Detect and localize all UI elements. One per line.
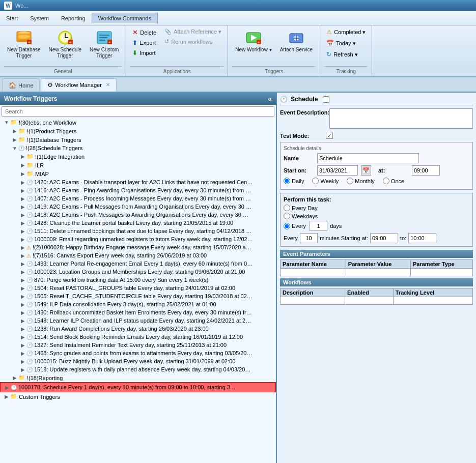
radio-every-input[interactable] (284, 223, 290, 229)
list-item[interactable]: ▶🕐1505: Reset T_CACHE_STUDENTCIRCLE tabl… (0, 292, 276, 300)
tree-expand[interactable]: ▶ (19, 180, 26, 185)
tab-home[interactable]: 🏠 Home (2, 78, 40, 92)
tree-expand[interactable]: ▶ (19, 342, 26, 348)
tree-expand[interactable]: ▶ (19, 188, 26, 193)
every-days-input[interactable] (310, 221, 327, 231)
list-item[interactable]: ▶⚠!(7)1516: Canvas Export Every week day… (0, 251, 276, 259)
menu-reporting[interactable]: Reporting (55, 13, 92, 23)
search-input[interactable] (5, 108, 271, 114)
tree-expand[interactable]: ▶ (19, 277, 26, 283)
radio-every-day[interactable]: Every Day (284, 205, 469, 211)
tree-expand[interactable]: ▶ (19, 204, 26, 210)
tree-item-database-triggers[interactable]: ▶ 📁 !(1)Database Triggers (0, 135, 276, 144)
tree-expand[interactable]: ▶ (19, 196, 26, 201)
list-item[interactable]: ▶🕐1238: Run Award Completions Every day,… (0, 325, 276, 333)
list-item[interactable]: ▶🕐1000015: Buzz Nightly Bulk Upload Ever… (0, 357, 276, 365)
completed-button[interactable]: ⚠ Completed ▾ (324, 27, 368, 37)
tree-expand-miap[interactable]: ▶ (19, 171, 26, 177)
tree-item-edge[interactable]: ▶ 📁 !(1)Edge Integration (0, 152, 276, 161)
list-item[interactable]: ▶🕐1504: Reset PASTORAL_GROUPS table Ever… (0, 284, 276, 292)
new-workflow-button[interactable]: ▶ + New Workflow ▾ (232, 27, 275, 55)
tree-item-miap[interactable]: ▶ 📁 MIAP (0, 169, 276, 178)
list-item[interactable]: ▶🕐1549: ILP Data consolidation Every 3 d… (0, 300, 276, 308)
list-item[interactable]: ▶🕐1518: Update registers with daily plan… (0, 365, 276, 373)
tree-expand-edge[interactable]: ▶ (19, 154, 26, 159)
radio-weekly-input[interactable] (312, 178, 319, 184)
tree-expand[interactable]: ▶ (19, 326, 26, 332)
today-button[interactable]: 📅 Today ▾ (324, 39, 368, 48)
radio-every-day-input[interactable] (284, 205, 290, 211)
at-input[interactable] (412, 165, 440, 176)
delete-button[interactable]: ✕ Delete (130, 27, 158, 37)
list-item[interactable]: ▶🕐1000023: Location Groups and Membershi… (0, 268, 276, 276)
tree-item-schedule-triggers[interactable]: ▼ 🕐 !(28)Schedule Triggers (0, 144, 276, 152)
list-item[interactable]: ▶🕐1511: Delete unnamed bookings that are… (0, 227, 276, 235)
test-mode-checkbox[interactable]: ✓ (326, 132, 333, 139)
new-schedule-trigger-button[interactable]: + New ScheduleTrigger (46, 27, 85, 61)
list-item[interactable]: ▶🕐1493: Learner Portal Re-engagement Ema… (0, 259, 276, 268)
tree-expand[interactable]: ▶ (19, 310, 26, 315)
every-minutes-input[interactable] (300, 233, 318, 243)
tree-expand[interactable]: ▶ (19, 261, 26, 267)
list-item[interactable]: ▶🕐1327: Send Instalment Reminder Text Ev… (0, 341, 276, 349)
tree-item-root[interactable]: ▼ 📁 !(30)ebs: one Workflow (0, 118, 276, 127)
attach-service-button[interactable]: Attach Service (277, 27, 316, 55)
list-item[interactable]: ▶🕐1468: Sync grades and points from exam… (0, 349, 276, 357)
menu-start[interactable]: Start (0, 13, 24, 23)
list-item[interactable]: ▶🕐1548: Learner ILP Creation and ILP sta… (0, 316, 276, 325)
collapse-button[interactable]: « (268, 95, 272, 103)
radio-weekdays[interactable]: Weekdays (284, 213, 469, 219)
tree-item-reporting[interactable]: ▶ 📁 !(18)Reporting (0, 373, 276, 382)
name-input[interactable] (317, 153, 419, 163)
tree-expand-ilr[interactable]: ▶ (19, 162, 26, 168)
radio-weekdays-input[interactable] (284, 213, 290, 219)
tree-expand[interactable]: ▶ (19, 245, 26, 250)
export-button[interactable]: ⬆ Export (130, 38, 158, 47)
tree-expand[interactable]: ▶ (19, 294, 26, 299)
new-custom-trigger-button[interactable]: + New CustomTrigger (87, 27, 122, 61)
calendar-button[interactable]: 📅 (361, 165, 371, 176)
list-item[interactable]: ▶🕐1428: Cleanup the Learner portal baske… (0, 219, 276, 227)
tree-expand[interactable]: ▶ (19, 318, 26, 324)
list-item[interactable]: ▶🕐1407: A2C Exams - Process Incoming Mes… (0, 194, 276, 202)
rerun-workflows-button[interactable]: ↺ Rerun workflows (162, 37, 223, 46)
tree-expand-root[interactable]: ▼ (3, 120, 10, 125)
menu-system[interactable]: System (24, 13, 55, 23)
starting-at-input[interactable] (370, 233, 398, 243)
to-input[interactable] (408, 233, 436, 243)
tree-item-ilr[interactable]: ▶ 📁 ILR (0, 161, 276, 169)
list-item[interactable]: ▶⚠!(2)1000028: Happy Birthday Engage mes… (0, 243, 276, 251)
tree-item-product-triggers[interactable]: ▶ 📁 !(1)Product Triggers (0, 127, 276, 135)
tab-workflow-manager[interactable]: ⚙ Workflow Manager ✕ (41, 78, 117, 92)
tree-expand-product[interactable]: ▶ (11, 128, 18, 134)
tree-expand[interactable]: ▶ (19, 334, 26, 340)
tree-expand-schedule[interactable]: ▼ (11, 146, 18, 151)
new-database-trigger-button[interactable]: + New DatabaseTrigger (4, 27, 44, 61)
radio-monthly-input[interactable] (347, 178, 353, 184)
refresh-button[interactable]: ↻ Refresh ▾ (324, 50, 368, 59)
list-item[interactable]: ▶🕐1418: A2C Exams - Push Messages to Awa… (0, 211, 276, 219)
schedule-checkbox[interactable] (323, 96, 329, 103)
list-item[interactable]: ▶🕐1419: A2C Exams - Pull Messages from A… (0, 202, 276, 211)
radio-daily[interactable]: Daily (284, 178, 304, 184)
tree-expand[interactable]: ▶ (19, 220, 26, 226)
workflow-manager-tab-close[interactable]: ✕ (106, 82, 110, 88)
tree-expand[interactable]: ▶ (19, 228, 26, 234)
tree-expand[interactable]: ▶ (19, 302, 26, 307)
tree-expand[interactable]: ▶ (19, 237, 26, 242)
tree-expand-reporting[interactable]: ▶ (11, 375, 18, 381)
tree-expand[interactable]: ▶ (19, 212, 26, 218)
tree-expand[interactable]: ▶ (19, 351, 26, 356)
list-item[interactable]: ▶🕐1000009: Email regarding unmarked regi… (0, 235, 276, 243)
import-button[interactable]: ⬇ Import (130, 48, 158, 57)
tree-expand-custom[interactable]: ▶ (3, 394, 10, 399)
radio-once-input[interactable] (383, 178, 389, 184)
radio-monthly[interactable]: Monthly (347, 178, 375, 184)
tree-expand-highlighted[interactable]: ▶ (4, 385, 11, 390)
tree-expand-database[interactable]: ▶ (11, 137, 18, 142)
start-on-input[interactable] (317, 165, 358, 176)
tree-item-custom-triggers[interactable]: ▶ 📁 Custom Triggers (0, 392, 276, 401)
radio-weekly[interactable]: Weekly (312, 178, 339, 184)
list-item[interactable]: ▶🕐1420: A2C Exams - Disable transport la… (0, 178, 276, 186)
menu-workflow-commands[interactable]: Workflow Commands (92, 13, 158, 24)
